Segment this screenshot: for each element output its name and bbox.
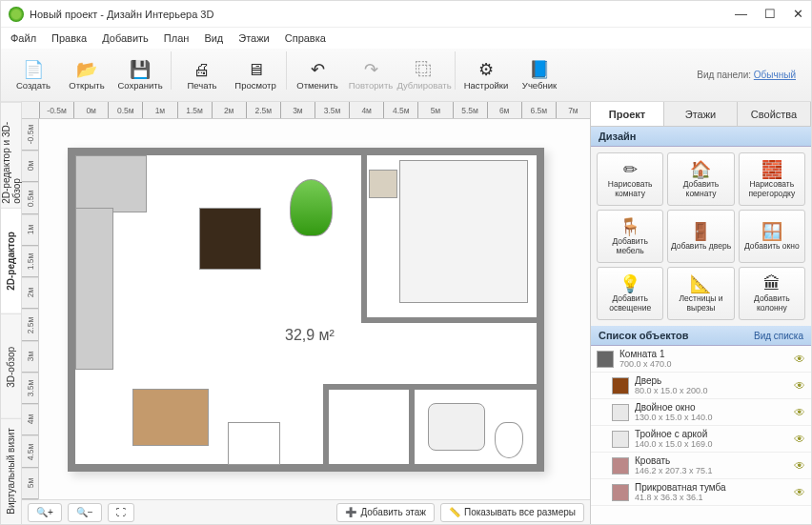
- design-добавить-окно[interactable]: 🪟Добавить окно: [739, 210, 805, 263]
- toilet[interactable]: [495, 422, 523, 458]
- visibility-icon[interactable]: 👁: [794, 433, 805, 446]
- просмотр-icon: 🖥: [245, 59, 266, 80]
- wall[interactable]: [409, 384, 415, 470]
- maximize-button[interactable]: ☐: [764, 7, 776, 21]
- vtab-0[interactable]: 2D-редактор и 3D-обзор: [1, 102, 21, 208]
- objectlist-view-link[interactable]: Вид списка: [754, 331, 803, 341]
- room-area-label: 32,9 м²: [285, 327, 335, 344]
- wall[interactable]: [361, 317, 537, 323]
- toolbar-label: Открыть: [69, 80, 104, 91]
- vtab-2[interactable]: 3D-обзор: [1, 313, 21, 419]
- tab-project[interactable]: Проект: [591, 102, 664, 126]
- menu-add[interactable]: Добавить: [102, 32, 149, 44]
- design-добавить-освещение[interactable]: 💡Добавить освещение: [597, 267, 663, 320]
- room-outline[interactable]: 32,9 м²: [68, 148, 544, 472]
- design-item-label: Добавить мебель: [599, 236, 660, 255]
- object-row[interactable]: Дверь80.0 x 15.0 x 200.0👁: [591, 373, 811, 399]
- ruler-tick: 2м: [212, 102, 246, 118]
- object-icon: [597, 351, 614, 368]
- toolbar: 📄Создать📂Открыть💾Сохранить🖨Печать🖥Просмо…: [1, 49, 811, 102]
- tab-properties[interactable]: Свойства: [738, 102, 811, 126]
- visibility-icon[interactable]: 👁: [794, 406, 805, 419]
- vtab-3[interactable]: Виртуальный визит: [1, 418, 21, 524]
- window-title: Новый проект - Дизайн Интерьера 3D: [30, 9, 735, 20]
- stove[interactable]: [228, 422, 280, 465]
- bathtub[interactable]: [428, 403, 485, 451]
- design-item-label: Добавить освещение: [599, 293, 660, 313]
- design-grid: ✏Нарисовать комнату🏠Добавить комнату🧱Нар…: [591, 147, 811, 326]
- tab-floors[interactable]: Этажи: [664, 102, 738, 126]
- object-name: Комната 1: [619, 349, 788, 359]
- zoom-out-button[interactable]: 🔍−: [68, 503, 102, 522]
- object-row[interactable]: Прикроватная тумба41.8 x 36.3 x 36.1👁: [591, 479, 811, 506]
- visibility-icon[interactable]: 👁: [794, 486, 805, 499]
- design-добавить-дверь[interactable]: 🚪Добавить дверь: [667, 210, 734, 263]
- bed[interactable]: [399, 160, 528, 303]
- zoom-in-button[interactable]: 🔍+: [28, 503, 62, 522]
- ruler-tick: 1.5м: [22, 246, 38, 277]
- table[interactable]: [199, 208, 261, 270]
- отменить-icon: ↶: [307, 59, 328, 80]
- ruler-tick: 3м: [280, 102, 315, 118]
- floorplan-canvas[interactable]: 32,9 м²: [39, 119, 590, 499]
- menu-help[interactable]: Справка: [285, 32, 326, 44]
- design-item-label: Нарисовать комнату: [599, 179, 660, 198]
- titlebar: Новый проект - Дизайн Интерьера 3D — ☐ ✕: [1, 1, 811, 28]
- toolbar-просмотр[interactable]: 🖥Просмотр: [229, 51, 282, 99]
- wall[interactable]: [361, 155, 367, 317]
- design-лестницы-и-вырезы[interactable]: 📐Лестницы и вырезы: [667, 267, 734, 320]
- wall[interactable]: [323, 384, 537, 390]
- toolbar-учебник[interactable]: 📘Учебник: [513, 51, 566, 99]
- ruler-tick: 5.5м: [453, 102, 487, 118]
- nightstand[interactable]: [369, 170, 397, 198]
- plant[interactable]: [290, 179, 333, 236]
- add-floor-button[interactable]: ➕ Добавить этаж: [336, 503, 435, 522]
- object-icon: [612, 431, 629, 448]
- design-нарисовать-комнату[interactable]: ✏Нарисовать комнату: [597, 152, 663, 206]
- panel-mode-link[interactable]: Обычный: [754, 70, 796, 80]
- toolbar-отменить[interactable]: ↶Отменить: [291, 51, 344, 99]
- menu-view[interactable]: Вид: [204, 32, 223, 44]
- toolbar-открыть[interactable]: 📂Открыть: [60, 51, 113, 99]
- design-нарисовать-перегородку[interactable]: 🧱Нарисовать перегородку: [739, 152, 805, 206]
- object-row[interactable]: Тройное с аркой140.0 x 15.0 x 169.0👁: [591, 426, 811, 453]
- menu-file[interactable]: Файл: [10, 32, 36, 44]
- design-добавить-колонну[interactable]: 🏛Добавить колонну: [739, 267, 805, 320]
- dining-table[interactable]: [132, 389, 209, 446]
- minimize-button[interactable]: —: [735, 7, 747, 21]
- zoom-fit-button[interactable]: ⛶: [108, 503, 134, 522]
- toolbar-создать[interactable]: 📄Создать: [7, 51, 60, 99]
- object-row[interactable]: Кровать146.2 x 207.3 x 75.1👁: [591, 453, 811, 479]
- design-item-label: Добавить комнату: [670, 179, 731, 198]
- menu-floors[interactable]: Этажи: [238, 32, 269, 44]
- design-item-icon: 🪑: [619, 217, 640, 236]
- sofa[interactable]: [75, 208, 113, 370]
- visibility-icon[interactable]: 👁: [794, 379, 805, 393]
- show-all-sizes-button[interactable]: 📏 Показывать все размеры: [440, 503, 584, 522]
- сохранить-icon: 💾: [130, 59, 151, 80]
- design-добавить-комнату[interactable]: 🏠Добавить комнату: [667, 152, 734, 206]
- object-row[interactable]: Комната 1700.0 x 470.0👁: [591, 346, 811, 373]
- toolbar-печать[interactable]: 🖨Печать: [175, 51, 229, 99]
- ruler-tick: -0.5м: [39, 102, 73, 118]
- vtab-1[interactable]: 2D-редактор: [1, 208, 21, 313]
- design-добавить-мебель[interactable]: 🪑Добавить мебель: [597, 210, 663, 263]
- toolbar-сохранить[interactable]: 💾Сохранить: [113, 51, 167, 99]
- objectlist-header: Список объектов Вид списка: [591, 326, 811, 346]
- ruler-tick: 7м: [556, 102, 590, 118]
- visibility-icon[interactable]: 👁: [794, 353, 805, 366]
- wall[interactable]: [323, 384, 329, 470]
- menu-edit[interactable]: Правка: [51, 32, 87, 44]
- ruler-tick: 5м: [417, 102, 452, 118]
- menu-plan[interactable]: План: [164, 32, 190, 44]
- vertical-tabs: 2D-редактор и 3D-обзор2D-редактор3D-обзо…: [1, 102, 22, 524]
- canvas-area: -0.5м0м0.5м1м1.5м2м2.5м3м3.5м4м4.5м5м5.5…: [22, 102, 590, 524]
- object-icon: [612, 404, 629, 421]
- object-row[interactable]: Двойное окно130.0 x 15.0 x 140.0👁: [591, 399, 811, 426]
- toolbar-настройки[interactable]: ⚙Настройки: [459, 51, 513, 99]
- visibility-icon[interactable]: 👁: [794, 459, 805, 473]
- ruler-tick: 0.5м: [22, 183, 38, 214]
- sofa[interactable]: [75, 155, 147, 212]
- close-button[interactable]: ✕: [793, 7, 803, 21]
- object-dims: 146.2 x 207.3 x 75.1: [635, 466, 788, 475]
